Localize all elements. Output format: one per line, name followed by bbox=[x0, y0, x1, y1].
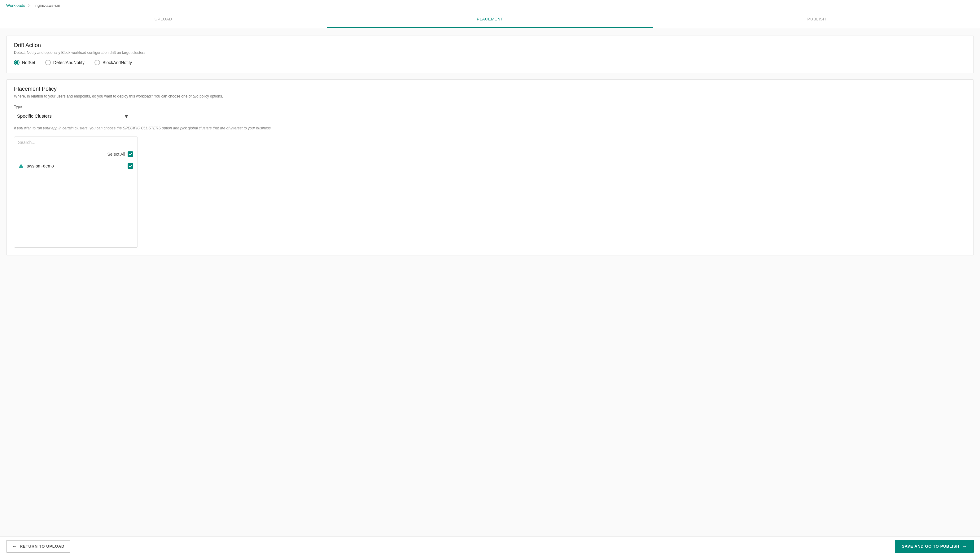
tab-publish[interactable]: PUBLISH bbox=[653, 11, 980, 28]
cluster-search-input[interactable] bbox=[18, 140, 134, 145]
return-arrow-icon: ← bbox=[12, 544, 17, 549]
type-select-wrapper: Specific Clusters Auto ▼ bbox=[14, 110, 132, 122]
return-label: RETURN TO UPLOAD bbox=[20, 544, 65, 549]
radio-detect-notify[interactable]: DetectAndNotify bbox=[45, 60, 84, 65]
cluster-search-container bbox=[14, 137, 138, 148]
cluster-item: aws-sm-demo bbox=[14, 160, 138, 172]
main-content: Drift Action Detect, Notify and optional… bbox=[0, 28, 980, 556]
cluster-list: Select All aws-sm-demo bbox=[14, 148, 138, 247]
placement-policy-description: Where, in relation to your users and end… bbox=[14, 94, 966, 99]
placement-policy-title: Placement Policy bbox=[14, 86, 966, 92]
radio-detect-notify-circle bbox=[45, 60, 51, 65]
radio-block-notify-circle bbox=[94, 60, 100, 65]
tab-placement[interactable]: PLACEMENT bbox=[327, 11, 654, 28]
select-all-label: Select All bbox=[107, 152, 125, 157]
cluster-icon bbox=[19, 164, 24, 168]
cluster-name: aws-sm-demo bbox=[27, 163, 125, 168]
radio-notset[interactable]: NotSet bbox=[14, 60, 35, 65]
radio-block-notify[interactable]: BlockAndNotify bbox=[94, 60, 132, 65]
type-label: Type bbox=[14, 105, 966, 109]
drift-action-description: Detect, Notify and optionally Block work… bbox=[14, 50, 966, 55]
type-select[interactable]: Specific Clusters Auto bbox=[14, 110, 132, 122]
drift-action-title: Drift Action bbox=[14, 42, 966, 48]
cluster-picker: Select All aws-sm-demo bbox=[14, 137, 138, 248]
bottom-bar: ← RETURN TO UPLOAD SAVE AND GO TO PUBLIS… bbox=[0, 536, 980, 556]
select-all-check-icon bbox=[128, 152, 132, 156]
breadcrumb-current: nginx-aws-sm bbox=[35, 3, 60, 8]
breadcrumb: Workloads > nginx-aws-sm bbox=[0, 0, 980, 11]
publish-arrow-icon: → bbox=[962, 544, 967, 549]
return-to-upload-button[interactable]: ← RETURN TO UPLOAD bbox=[6, 540, 70, 553]
placement-policy-section: Placement Policy Where, in relation to y… bbox=[6, 79, 974, 255]
publish-label: SAVE AND GO TO PUBLISH bbox=[902, 544, 959, 549]
select-all-row: Select All bbox=[14, 148, 138, 160]
select-all-checkbox[interactable] bbox=[128, 151, 133, 157]
tab-bar: UPLOAD PLACEMENT PUBLISH bbox=[0, 11, 980, 28]
tab-upload[interactable]: UPLOAD bbox=[0, 11, 327, 28]
drift-action-radio-group: NotSet DetectAndNotify BlockAndNotify bbox=[14, 60, 966, 65]
save-and-publish-button[interactable]: SAVE AND GO TO PUBLISH → bbox=[895, 540, 974, 553]
placement-hint: If you wish to run your app in certain c… bbox=[14, 126, 966, 130]
breadcrumb-separator: > bbox=[28, 3, 31, 8]
cluster-check-icon bbox=[128, 164, 132, 168]
breadcrumb-parent-link[interactable]: Workloads bbox=[6, 3, 25, 8]
drift-action-section: Drift Action Detect, Notify and optional… bbox=[6, 36, 974, 73]
radio-block-notify-label: BlockAndNotify bbox=[102, 60, 132, 65]
radio-notset-label: NotSet bbox=[22, 60, 35, 65]
cluster-checkbox[interactable] bbox=[128, 163, 133, 169]
radio-detect-notify-label: DetectAndNotify bbox=[53, 60, 84, 65]
radio-notset-circle bbox=[14, 60, 19, 65]
